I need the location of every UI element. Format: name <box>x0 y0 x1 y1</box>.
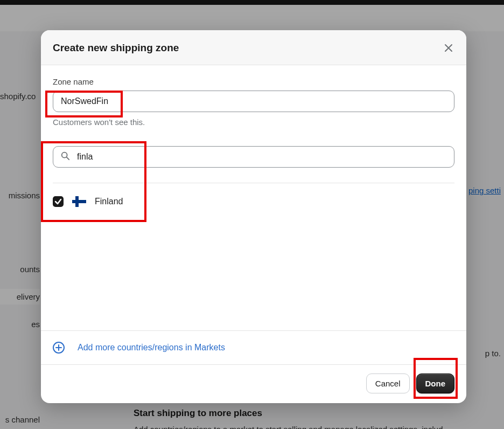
close-icon <box>444 43 453 53</box>
create-shipping-zone-modal: Create new shipping zone Zone name Custo… <box>41 30 466 403</box>
country-search-wrap <box>53 146 454 168</box>
search-results: Finland <box>53 183 454 212</box>
country-row-finland[interactable]: Finland <box>53 191 454 212</box>
modal-header: Create new shipping zone <box>41 30 466 65</box>
close-button[interactable] <box>443 42 454 54</box>
zone-name-input[interactable] <box>53 91 454 112</box>
search-icon <box>60 151 70 163</box>
country-search-input[interactable] <box>53 146 454 168</box>
add-more-text: Add more countries/regions in Markets <box>78 343 225 352</box>
plus-circle-icon <box>53 342 65 354</box>
zone-name-label: Zone name <box>53 77 454 86</box>
check-icon <box>54 198 62 205</box>
country-name: Finland <box>95 197 123 206</box>
done-button[interactable]: Done <box>416 373 455 393</box>
country-checkbox[interactable] <box>53 196 64 207</box>
modal-body: Zone name Customers won't see this. Finl… <box>41 65 466 330</box>
add-more-markets-row[interactable]: Add more countries/regions in Markets <box>41 330 466 364</box>
finland-flag-icon <box>72 196 86 207</box>
zone-name-help: Customers won't see this. <box>53 117 454 127</box>
cancel-button[interactable]: Cancel <box>366 373 410 393</box>
modal-footer: Cancel Done <box>41 364 466 403</box>
modal-title: Create new shipping zone <box>53 42 179 54</box>
